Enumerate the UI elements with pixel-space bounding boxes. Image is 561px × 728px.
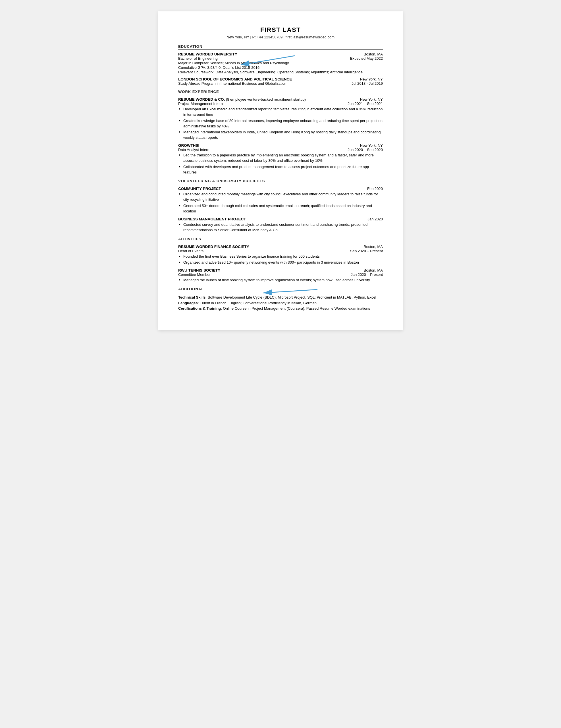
work-section-title: WORK EXPERIENCE [178, 90, 383, 95]
activity-role-1: Head of Events [178, 249, 204, 253]
degree-2: Study Abroad Program in International Bu… [178, 81, 286, 86]
activities-entry-1-bullets: Founded the first ever Business Series t… [178, 254, 383, 266]
work-experience-section: WORK EXPERIENCE RESUME WORDED & CO. (8 e… [178, 90, 383, 175]
activities-entry-2-bullets: Managed the launch of new booking system… [178, 278, 383, 283]
volunteering-entry-1: COMMUNITY PROJECT Feb 2020 Organized and… [178, 187, 383, 214]
education-entry-2: LONDON SCHOOL OF ECONOMICS AND POLITICAL… [178, 77, 383, 86]
additional-section: ADDITIONAL Technical Skills: Software De… [178, 287, 383, 311]
additional-section-title: ADDITIONAL [178, 287, 383, 292]
school-location-1: Boston, MA [364, 52, 383, 56]
edu-detail-1: Major in Computer Science; Minors in Mat… [178, 61, 383, 65]
activity-date-2: Jan 2020 – Present [351, 272, 383, 277]
edu-detail-2: Cumulative GPA: 3.93/4.0; Dean's List 20… [178, 65, 383, 70]
activities-entry-1-header: RESUME WORDED FINANCE SOCIETY Boston, MA [178, 245, 383, 249]
volunteering-entry-1-header: COMMUNITY PROJECT Feb 2020 [178, 187, 383, 191]
grad-date-1: Expected May 2022 [350, 56, 383, 61]
activity-date-1: Sep 2020 – Present [350, 249, 383, 253]
additional-text-2: : Fluent in French, English; Conversatio… [198, 301, 316, 305]
volunteering-entry-2-header: BUSINESS MANAGEMENT PROJECT Jan 2020 [178, 217, 383, 221]
bullet-item: Founded the first ever Business Series t… [178, 254, 383, 259]
additional-label-3: Certifications & Training [178, 306, 221, 311]
bullet-item: Created knowledge base of 80 internal re… [178, 118, 383, 129]
bullet-item: Developed an Excel macro and standardize… [178, 107, 383, 117]
candidate-contact: New York, NY | P: +44 123456789 | first.… [178, 35, 383, 39]
volunteering-entry-2: BUSINESS MANAGEMENT PROJECT Jan 2020 Con… [178, 217, 383, 233]
bullet-item: Conducted survey and quantitative analys… [178, 222, 383, 233]
activity-name-1: RESUME WORDED FINANCE SOCIETY [178, 245, 249, 249]
activities-entry-1-subtitle: Head of Events Sep 2020 – Present [178, 249, 383, 253]
project-date-2: Jan 2020 [368, 217, 383, 221]
work-entry-2-subtitle: Data Analyst Intern Jun 2020 – Sep 2020 [178, 148, 383, 152]
activities-entry-2: RWU TENNIS SOCIETY Boston, MA Committee … [178, 268, 383, 283]
work-location-2: New York, NY [360, 143, 383, 148]
bullet-item: Organized and advertised 10+ quarterly n… [178, 260, 383, 265]
work-date-1: Jun 2021 – Sep 2021 [347, 102, 383, 106]
activities-section: ACTIVITIES RESUME WORDED FINANCE SOCIETY… [178, 237, 383, 283]
company-name-2: GROWTHSI [178, 143, 199, 148]
education-entry-2-header: LONDON SCHOOL OF ECONOMICS AND POLITICAL… [178, 77, 383, 81]
volunteering-entry-2-bullets: Conducted survey and quantitative analys… [178, 222, 383, 233]
bullet-item: Led the transition to a paperless practi… [178, 153, 383, 164]
project-date-1: Feb 2020 [367, 187, 383, 191]
additional-text-1: : Software Development Life Cycle (SDLC)… [206, 295, 376, 299]
education-entry-1: RESUME WORDED UNIVERSITY Boston, MA Bach… [178, 52, 383, 74]
work-entry-1: RESUME WORDED & CO. (8 employee venture-… [178, 97, 383, 140]
role-1: Project Management Intern [178, 102, 223, 106]
additional-label-1: Technical Skills [178, 295, 206, 299]
school-name-2: LONDON SCHOOL OF ECONOMICS AND POLITICAL… [178, 77, 292, 81]
bullet-item: Managed international stakeholders in In… [178, 130, 383, 140]
work-entry-1-header: RESUME WORDED & CO. (8 employee venture-… [178, 97, 383, 102]
bullet-item: Managed the launch of new booking system… [178, 278, 383, 283]
additional-line-1: Technical Skills: Software Development L… [178, 295, 383, 300]
degree-1: Bachelor of Engineering [178, 56, 218, 61]
project-name-2: BUSINESS MANAGEMENT PROJECT [178, 217, 246, 221]
grad-date-2: Jul 2018 - Jul 2019 [351, 81, 383, 86]
work-entry-2: GROWTHSI New York, NY Data Analyst Inter… [178, 143, 383, 175]
bullet-item: Generated 50+ donors through cold call s… [178, 203, 383, 214]
education-entry-2-subtitle: Study Abroad Program in International Bu… [178, 81, 383, 86]
work-entry-1-subtitle: Project Management Intern Jun 2021 – Sep… [178, 102, 383, 106]
activities-entry-2-header: RWU TENNIS SOCIETY Boston, MA [178, 268, 383, 272]
work-entry-2-header: GROWTHSI New York, NY [178, 143, 383, 148]
work-location-1: New York, NY [360, 97, 383, 102]
activity-location-2: Boston, MA [364, 268, 383, 272]
edu-detail-3: Relevant Coursework: Data Analysis, Soft… [178, 70, 383, 74]
additional-label-2: Languages [178, 301, 198, 305]
project-name-1: COMMUNITY PROJECT [178, 187, 221, 191]
additional-line-2: Languages: Fluent in French, English; Co… [178, 300, 383, 306]
work-date-2: Jun 2020 – Sep 2020 [347, 148, 383, 152]
bullet-item: Collaborated with developers and product… [178, 164, 383, 175]
resume-header: FIRST LAST New York, NY | P: +44 1234567… [178, 26, 383, 39]
school-name-1: RESUME WORDED UNIVERSITY [178, 52, 237, 56]
volunteering-entry-1-bullets: Organized and conducted monthly meetings… [178, 192, 383, 214]
activities-section-title: ACTIVITIES [178, 237, 383, 242]
volunteering-section: VOLUNTEERING & UNIVERSITY PROJECTS COMMU… [178, 179, 383, 233]
education-entry-1-header: RESUME WORDED UNIVERSITY Boston, MA [178, 52, 383, 56]
activities-entry-2-subtitle: Committee Member Jan 2020 – Present [178, 272, 383, 277]
activity-location-1: Boston, MA [364, 245, 383, 249]
bullet-item: Organized and conducted monthly meetings… [178, 192, 383, 202]
education-section-title: EDUCATION [178, 44, 383, 50]
additional-line-3: Certifications & Training: Online Course… [178, 306, 383, 311]
work-entry-2-bullets: Led the transition to a paperless practi… [178, 153, 383, 175]
volunteering-section-title: VOLUNTEERING & UNIVERSITY PROJECTS [178, 179, 383, 184]
company-name-1: RESUME WORDED & CO. (8 employee venture-… [178, 97, 306, 102]
additional-text-3: : Online Course in Project Management (C… [221, 306, 370, 311]
education-section: EDUCATION RESUME WORDED UNIVERSITY Bosto… [178, 44, 383, 86]
resume-document: FIRST LAST New York, NY | P: +44 1234567… [158, 11, 403, 330]
activities-entry-1: RESUME WORDED FINANCE SOCIETY Boston, MA… [178, 245, 383, 266]
candidate-name: FIRST LAST [178, 26, 383, 34]
activity-role-2: Committee Member [178, 272, 211, 277]
activity-name-2: RWU TENNIS SOCIETY [178, 268, 220, 272]
education-entry-1-subtitle: Bachelor of Engineering Expected May 202… [178, 56, 383, 61]
work-entry-1-bullets: Developed an Excel macro and standardize… [178, 107, 383, 140]
role-2: Data Analyst Intern [178, 148, 210, 152]
school-location-2: New York, NY [360, 77, 383, 81]
